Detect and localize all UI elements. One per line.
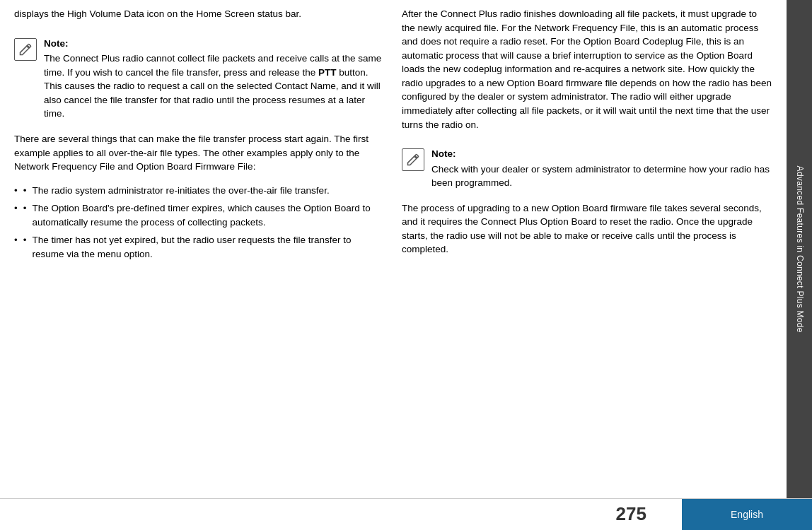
right-note-icon <box>402 148 424 171</box>
right-note-content: Note: Check with your dealer or system a… <box>431 147 772 190</box>
ptt-bold: PTT <box>318 67 337 78</box>
content-area: displays the High Volume Data icon on th… <box>0 0 812 498</box>
right-note-title: Note: <box>431 147 772 161</box>
language-label: English <box>731 507 763 522</box>
bullet-text-2: The Option Board's pre-defined timer exp… <box>32 201 385 229</box>
page-wrapper: displays the High Volume Data icon on th… <box>0 0 812 530</box>
right-para1: After the Connect Plus radio finishes do… <box>402 7 772 131</box>
english-badge: English <box>682 499 812 530</box>
list-item: • The Option Board's pre-defined timer e… <box>14 201 385 229</box>
bullet-text-1: The radio system administrator re-initia… <box>32 184 385 198</box>
page-number: 275 <box>616 501 646 528</box>
list-item: • The timer has not yet expired, but the… <box>14 233 385 261</box>
right-para2: The process of upgrading to a new Option… <box>402 201 772 257</box>
sidebar-right: Advanced Features in Connect Plus Mode <box>787 0 812 498</box>
left-note-box: Note: The Connect Plus radio cannot coll… <box>14 37 385 121</box>
left-note-title: Note: <box>44 37 385 51</box>
left-para1: There are several things that can make t… <box>14 132 385 174</box>
left-note-icon <box>14 38 37 61</box>
left-note-content: Note: The Connect Plus radio cannot coll… <box>44 37 385 121</box>
list-item: • The radio system administrator re-init… <box>14 184 385 198</box>
pencil-icon <box>18 42 33 57</box>
bullet-list: • The radio system administrator re-init… <box>14 184 385 266</box>
sidebar-label: Advanced Features in Connect Plus Mode <box>793 165 805 332</box>
pencil-icon-right <box>406 153 420 167</box>
main-content: displays the High Volume Data icon on th… <box>0 0 787 498</box>
bullet-dot: • <box>23 233 27 261</box>
page-number-area: 275 <box>0 499 682 530</box>
left-intro-text: displays the High Volume Data icon on th… <box>14 7 385 21</box>
two-columns: displays the High Volume Data icon on th… <box>14 7 772 491</box>
bottom-bar: 275 English <box>0 498 812 530</box>
bullet-dot: • <box>23 184 27 198</box>
right-note-box: Note: Check with your dealer or system a… <box>402 147 772 190</box>
left-column: displays the High Volume Data icon on th… <box>14 7 385 491</box>
bullet-dot: • <box>23 201 27 229</box>
bullet-text-3: The timer has not yet expired, but the r… <box>32 233 385 261</box>
right-column: After the Connect Plus radio finishes do… <box>402 7 772 491</box>
right-note-body: Check with your dealer or system adminis… <box>431 164 770 189</box>
